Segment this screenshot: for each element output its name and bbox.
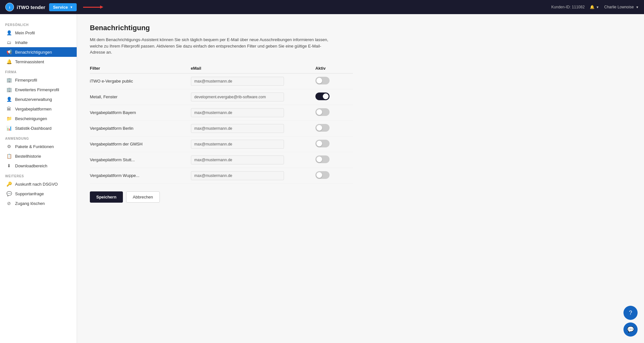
user-area[interactable]: Charlie Lownoise ▼ [604,5,639,9]
help-fab-button[interactable]: ? [623,306,638,320]
erweitertes-firmenprofil-icon: 🏢 [6,87,12,92]
fab-container: ? 💬 [623,306,638,337]
bell-chevron-icon: ▼ [596,5,599,9]
sidebar-label-zugang-loeschen: Zugang löschen [15,201,45,206]
col-header-filter: Filter [90,63,188,74]
sidebar-label-bescheinigungen: Bescheinigungen [15,116,47,121]
email-input-3[interactable] [191,124,284,133]
email-input-6[interactable] [191,171,284,180]
toggle-3[interactable] [315,124,330,132]
page-title: Benachrichtigung [90,24,631,32]
toggle-1[interactable] [315,92,330,100]
toggle-6[interactable] [315,171,330,179]
layout: PERSÖNLICH👤Mein Profil🗂Inhalte📢Benachric… [0,0,644,343]
logo-icon: i [5,3,14,12]
sidebar-label-benutzerverwaltung: Benutzerverwaltung [15,97,52,102]
email-input-1[interactable] [191,92,284,101]
table-row: Vergabeplattform Stutt... [90,152,353,168]
cancel-button[interactable]: Abbrechen [126,191,160,203]
topbar: i iTWO tender Service ▼ Kunden-ID: 11108… [0,0,644,14]
filter-cell-3: Vergabeplattform Berlin [90,120,188,136]
sidebar-section-persönlich: PERSÖNLICH [0,19,77,28]
table-row: iTWO e-Vergabe public [90,73,353,89]
main-content: Benachrichtigung Mit dem Benachrichtigun… [77,14,644,343]
service-chevron-icon: ▼ [70,5,73,9]
table-row: Vergabeplattform Bayern [90,105,353,120]
mein-profil-icon: 👤 [6,30,12,35]
user-chevron-icon: ▼ [636,5,639,9]
sidebar-label-bestellhistorie: Bestellhistorie [15,154,41,159]
kunden-id: Kunden-ID: 111082 [551,5,585,9]
benachrichtigungen-icon: 📢 [6,49,12,55]
sidebar-label-benachrichtigungen: Benachrichtigungen [15,50,52,55]
auskunft-dsgvo-icon: 🔑 [6,181,12,187]
downloadbereich-icon: ⬇ [6,163,12,168]
sidebar-item-erweitertes-firmenprofil[interactable]: 🏢Erweitertes Firmenprofil [0,85,77,94]
toggle-4[interactable] [315,140,330,147]
supportanfrage-icon: 💬 [6,191,12,196]
bescheinigungen-icon: 📁 [6,116,12,121]
page-description: Mit dem Benachrichtigungs-Assistent könn… [90,37,334,56]
sidebar-item-benachrichtigungen[interactable]: 📢Benachrichtigungen [0,47,77,57]
toggle-5[interactable] [315,155,330,163]
filter-cell-0: iTWO e-Vergabe public [90,73,188,89]
sidebar-section-firma: FIRMA [0,66,77,75]
chat-fab-button[interactable]: 💬 [623,322,638,337]
sidebar-item-vergabeplattformen[interactable]: 🏛Vergabeplattformen [0,104,77,114]
email-input-5[interactable] [191,155,284,164]
service-button[interactable]: Service ▼ [49,3,77,11]
pakete-funktionen-icon: ⚙ [6,144,12,149]
svg-text:i: i [9,5,10,9]
terminassistent-icon: 🔔 [6,59,12,64]
toggle-0[interactable] [315,77,330,84]
sidebar-label-auskunft-dsgvo: Auskunft nach DSGVO [15,182,58,187]
sidebar-label-downloadbereich: Downloadbereich [15,163,47,168]
sidebar-section-anwendung: ANWENDUNG [0,133,77,142]
user-name: Charlie Lownoise [604,5,634,9]
filter-cell-2: Vergabeplattform Bayern [90,105,188,120]
col-header-aktiv: Aktiv [315,63,353,74]
email-input-4[interactable] [191,140,284,149]
bell-area[interactable]: 🔔 ▼ [590,5,599,9]
sidebar-label-inhalte: Inhalte [15,40,28,45]
app-name: iTWO tender [17,4,45,10]
arrow-indicator [83,7,101,8]
sidebar-item-zugang-loeschen[interactable]: ⊘Zugang löschen [0,198,77,208]
sidebar-label-mein-profil: Mein Profil [15,31,35,35]
table-row: Vergabeplattform Wuppe... [90,168,353,183]
filter-cell-4: Vergabeplattform der GMSH [90,136,188,152]
sidebar-label-erweitertes-firmenprofil: Erweitertes Firmenprofil [15,87,59,92]
benutzerverwaltung-icon: 👤 [6,97,12,102]
sidebar-label-firmenprofil: Firmenprofil [15,78,37,83]
sidebar-item-mein-profil[interactable]: 👤Mein Profil [0,28,77,38]
sidebar-item-terminassistent[interactable]: 🔔Terminassistent [0,57,77,66]
bell-icon: 🔔 [590,5,595,9]
sidebar-item-bescheinigungen[interactable]: 📁Bescheinigungen [0,114,77,123]
zugang-loeschen-icon: ⊘ [6,201,12,206]
filter-cell-6: Vergabeplattform Wuppe... [90,168,188,183]
inhalte-icon: 🗂 [6,40,12,45]
save-button[interactable]: Speichern [90,191,123,203]
vergabeplattformen-icon: 🏛 [6,106,12,111]
filter-cell-5: Vergabeplattform Stutt... [90,152,188,168]
sidebar-label-pakete-funktionen: Pakete & Funktionen [15,144,54,149]
email-input-0[interactable] [191,77,284,86]
app-logo: i iTWO tender [5,3,45,12]
sidebar-item-downloadbereich[interactable]: ⬇Downloadbereich [0,161,77,171]
sidebar-item-supportanfrage[interactable]: 💬Supportanfrage [0,189,77,198]
sidebar-item-pakete-funktionen[interactable]: ⚙Pakete & Funktionen [0,142,77,151]
sidebar-item-bestellhistorie[interactable]: 📋Bestellhistorie [0,151,77,161]
sidebar-item-inhalte[interactable]: 🗂Inhalte [0,38,77,47]
table-row: Vergabeplattform Berlin [90,120,353,136]
sidebar-label-supportanfrage: Supportanfrage [15,191,44,196]
sidebar-item-firmenprofil[interactable]: 🏢Firmenprofil [0,75,77,85]
email-input-2[interactable] [191,108,284,117]
sidebar-item-benutzerverwaltung[interactable]: 👤Benutzerverwaltung [0,94,77,104]
col-header-email: eMail [188,63,315,74]
topbar-right: Kunden-ID: 111082 🔔 ▼ Charlie Lownoise ▼ [551,5,639,9]
toggle-2[interactable] [315,108,330,116]
bestellhistorie-icon: 📋 [6,154,12,159]
sidebar: PERSÖNLICH👤Mein Profil🗂Inhalte📢Benachric… [0,14,77,343]
sidebar-item-statistik-dashboard[interactable]: 📊Statistik-Dashboard [0,123,77,133]
sidebar-item-auskunft-dsgvo[interactable]: 🔑Auskunft nach DSGVO [0,179,77,189]
